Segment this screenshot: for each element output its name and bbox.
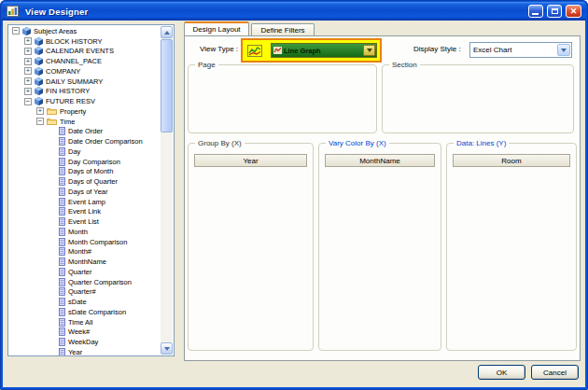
tree-item[interactable]: Event Link [9,207,161,217]
expand-icon[interactable]: + [24,88,32,95]
folder-icon [47,118,57,125]
scroll-up-button[interactable] [161,26,173,38]
title-bar[interactable]: View Designer ✕ [2,2,586,21]
tree-item[interactable]: +CHANNEL_PACE [9,56,161,66]
tree-item[interactable]: Date Order Comparison [9,136,161,146]
cube-icon [35,57,43,65]
column-icon [59,348,65,355]
vary-color-by-dropzone[interactable]: Vary Color By (X) MonthName [318,143,441,351]
expand-icon[interactable]: + [24,58,32,65]
tree-item[interactable]: Year [9,347,161,355]
tree-item-label: FIN HISTORY [46,87,90,95]
tree-item[interactable]: Day [9,146,161,157]
tab-design-layout[interactable]: Design Layout [184,21,249,35]
view-type-dropdown-button[interactable] [363,45,375,56]
tree-item[interactable]: Days of Month [9,167,161,177]
tree-item[interactable]: Month Comparison [9,237,161,247]
collapse-icon[interactable]: − [24,98,32,105]
tree-item-label: Days of Month [68,167,113,175]
tree-item-label: CHANNEL_PACE [46,57,102,65]
tree-item-label: Quarter# [68,287,96,296]
tree-item[interactable]: WeekDay [9,337,161,347]
subject-areas-tree[interactable]: −Subject Areas+BLOCK HISTORY+CALENDAR EV… [7,24,175,356]
tree-item[interactable]: Quarter Comparison [9,277,161,287]
column-group-label: Data: Lines (Y) [454,139,509,148]
collapse-icon[interactable]: − [12,27,20,35]
column-group-label: Vary Color By (X) [326,139,389,148]
tree-item[interactable]: Time All [9,317,161,327]
cube-icon [35,97,43,105]
scroll-down-button[interactable] [161,342,173,355]
minimize-button[interactable] [528,5,543,18]
display-style-dropdown-button[interactable] [557,44,570,56]
column-icon [59,287,65,296]
cancel-button[interactable]: Cancel [531,365,579,380]
expand-icon[interactable]: + [24,77,32,85]
tree-scrollbar[interactable] [161,26,173,355]
tree-item[interactable]: −Time [9,117,161,127]
view-type-combobox[interactable]: Line Graph [271,43,377,58]
view-type-label: View Type : [200,45,238,53]
tree-item-label: Subject Areas [34,27,77,35]
tree-item[interactable]: Quarter# [9,287,161,298]
scroll-thumb[interactable] [161,39,173,132]
column-icon [59,278,65,286]
tree-item-label: Year [68,348,82,355]
dialog-body: −Subject Areas+BLOCK HISTORY+CALENDAR EV… [3,21,585,387]
field-year-button[interactable]: Year [194,154,307,167]
tree-item[interactable]: Date Order [9,127,161,137]
tree-item[interactable]: sDate Comparison [9,307,161,317]
maximize-button[interactable] [547,5,562,18]
page-dropzone[interactable]: Page [188,64,377,133]
line-graph-mini-icon [273,47,282,54]
display-style-combobox[interactable]: Excel Chart [469,42,572,58]
tree-item[interactable]: Event Lamp [9,197,161,207]
tree-item[interactable]: −FUTURE RESV [9,96,161,106]
tree-item[interactable]: +FIN HISTORY [9,87,161,97]
expand-icon[interactable]: + [24,48,32,55]
tree-item-label: Date Order [68,127,103,135]
tree-item[interactable]: Month# [9,247,161,258]
tree-item[interactable]: +DAILY SUMMARY [9,77,161,87]
tree-item-label: WeekDay [68,338,98,346]
tree-item[interactable]: Days of Year [9,187,161,197]
tree-item[interactable]: −Subject Areas [9,26,161,36]
column-icon [59,127,65,135]
close-button[interactable]: ✕ [566,5,581,18]
field-monthname-button[interactable]: MonthName [325,154,435,167]
tree-item[interactable]: Day Comparison [9,157,161,167]
tab-design-layout-label: Design Layout [192,25,240,34]
group-by-dropzone[interactable]: Group By (X) Year [188,143,314,351]
tree-item-label: MonthName [68,258,106,266]
tree-item[interactable]: Event List [9,216,161,227]
field-room-button[interactable]: Room [453,154,570,167]
expand-icon[interactable]: + [24,67,32,75]
tree-item[interactable]: +CALENDAR EVENTS [9,47,161,57]
data-lines-dropzone[interactable]: Data: Lines (Y) Room [446,143,577,351]
tree-item[interactable]: Month [9,227,161,237]
tree-item-label: FUTURE RESV [46,97,95,105]
column-icon [59,147,65,156]
tree-item-label: Event Link [68,207,101,216]
design-layout-page: View Type : Line [184,35,581,361]
tree-item[interactable]: Days of Quarter [9,176,161,187]
tree-item-label: Time All [68,318,92,327]
expand-icon[interactable]: + [36,107,44,115]
tree-item[interactable]: sDate [9,297,161,307]
ok-button[interactable]: OK [478,365,525,380]
tree-item[interactable]: +Property [9,106,161,117]
column-icon [59,228,65,236]
line-graph-icon [246,44,263,62]
tree-item[interactable]: +COMPANY [9,66,161,77]
tree-item[interactable]: +BLOCK HISTORY [9,36,161,47]
section-dropzone[interactable]: Section [382,64,574,133]
tab-define-filters[interactable]: Define Filters [251,23,315,35]
expand-icon[interactable]: + [24,37,32,45]
tree-item-label: Month# [68,247,91,256]
column-icon [59,247,65,256]
tree-item[interactable]: Week# [9,327,161,338]
arrow-up-icon [164,31,170,35]
tree-item[interactable]: Quarter [9,267,161,277]
tree-item[interactable]: MonthName [9,257,161,267]
collapse-icon[interactable]: − [36,118,44,125]
